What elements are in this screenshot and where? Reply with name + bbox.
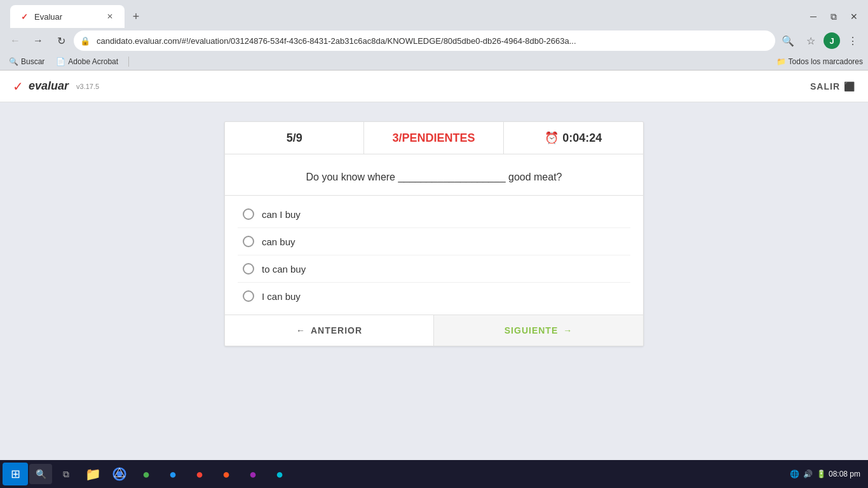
new-tab-button[interactable]: + — [127, 8, 145, 25]
question-text: Do you know where ___________________ go… — [238, 170, 630, 185]
all-bookmarks-label[interactable]: Todos los marcadores — [789, 57, 863, 66]
tab-bar: ✓ Evaluar ✕ + ─ ⧉ ✕ — [0, 0, 868, 28]
task-view-button[interactable]: ⧉ — [53, 463, 79, 485]
logo-text: evaluar — [29, 79, 69, 93]
tab-favicon: ✓ — [19, 11, 29, 22]
taskbar-sys-icons: 🌐 🔊 🔋 — [790, 470, 826, 478]
question-text-after: good meat? — [508, 172, 562, 182]
siguiente-button[interactable]: SIGUIENTE → — [434, 315, 643, 346]
taskbar-app-explorer[interactable]: 📁 — [80, 463, 105, 485]
options-area: can I buy can buy to can buy I can buy — [225, 196, 643, 315]
option-item-2[interactable]: can buy — [238, 228, 630, 255]
siguiente-label: SIGUIENTE — [505, 325, 558, 336]
taskbar-right: 🌐 🔊 🔋 08:08 pm — [790, 470, 865, 478]
omnibox-bar: ← → ↻ 🔒 🔍 ☆ J ⋮ — [0, 28, 868, 55]
progress-header: 5/9 3/PENDIENTES ⏰ 0:04:24 — [225, 122, 643, 154]
version-text: v3.17.5 — [76, 83, 99, 90]
time-display: 08:08 pm — [829, 470, 860, 478]
taskbar: ⊞ 🔍 ⧉ 📁 ● ● ● ● ● ● 🌐 🔊 🔋 08:08 pm — [0, 460, 868, 488]
maximize-button[interactable]: ⧉ — [825, 8, 843, 25]
acrobat-label: Adobe Acrobat — [68, 57, 118, 66]
salir-label: SALIR — [810, 81, 840, 92]
active-tab[interactable]: ✓ Evaluar ✕ — [10, 5, 125, 28]
arrow-left-icon: ← — [296, 325, 306, 336]
arrow-right-icon: → — [563, 325, 573, 336]
question-area: Do you know where ___________________ go… — [225, 154, 643, 196]
main-content: 5/9 3/PENDIENTES ⏰ 0:04:24 Do you know w… — [0, 102, 868, 460]
back-button[interactable]: ← — [5, 30, 25, 51]
start-button[interactable]: ⊞ — [3, 463, 28, 485]
bookmark-acrobat[interactable]: 📄 Adobe Acrobat — [52, 56, 122, 67]
option-radio-3[interactable] — [243, 263, 254, 274]
browser-icons: 🔍 ☆ J ⋮ — [778, 30, 863, 51]
taskbar-app-orange[interactable]: ● — [214, 463, 239, 485]
battery-icon[interactable]: 🔋 — [817, 470, 826, 478]
buscar-favicon: 🔍 — [9, 57, 18, 66]
omnibox-wrap: 🔒 — [74, 30, 775, 51]
card-footer: ← ANTERIOR SIGUIENTE → — [225, 315, 643, 346]
search-button[interactable]: 🔍 — [29, 464, 52, 484]
buscar-label: Buscar — [21, 57, 44, 66]
bookmarks-manager-icon: 📁 — [776, 57, 786, 66]
option-radio-1[interactable] — [243, 208, 254, 220]
option-label-1: can I buy — [262, 209, 301, 220]
bookmarks-divider — [128, 57, 129, 67]
tab-close-button[interactable]: ✕ — [104, 11, 116, 22]
star-icon-btn[interactable]: ☆ — [801, 30, 821, 51]
browser-chrome: ✓ Evaluar ✕ + ─ ⧉ ✕ ← → ↻ 🔒 🔍 ☆ J ⋮ 🔍 Bu — [0, 0, 868, 71]
timer-value: 0:04:24 — [562, 132, 602, 145]
clock-icon: ⏰ — [545, 131, 559, 145]
anterior-button[interactable]: ← ANTERIOR — [225, 315, 434, 346]
taskbar-apps: 📁 ● ● ● ● ● ● — [80, 463, 292, 485]
search-icon-btn[interactable]: 🔍 — [778, 30, 798, 51]
volume-icon[interactable]: 🔊 — [803, 470, 813, 478]
option-item-3[interactable]: to can buy — [238, 255, 630, 283]
acrobat-favicon: 📄 — [56, 57, 65, 66]
taskbar-app-red[interactable]: ● — [187, 463, 212, 485]
profile-avatar[interactable]: J — [824, 32, 840, 49]
bookmarks-right: 📁 Todos los marcadores — [776, 57, 863, 66]
reload-button[interactable]: ↻ — [51, 30, 71, 51]
progress-count-value: 5/9 — [287, 132, 302, 145]
salir-button[interactable]: SALIR ⬛ — [810, 81, 855, 92]
option-item-1[interactable]: can I buy — [238, 201, 630, 228]
option-label-3: to can buy — [262, 264, 306, 274]
tab-title: Evaluar — [34, 12, 62, 22]
more-menu-btn[interactable]: ⋮ — [843, 30, 863, 51]
omnibox-input[interactable] — [74, 30, 775, 51]
minimize-button[interactable]: ─ — [804, 8, 822, 25]
network-icon[interactable]: 🌐 — [790, 470, 799, 478]
taskbar-app-teal[interactable]: ● — [267, 463, 292, 485]
option-label-4: I can buy — [262, 291, 301, 302]
progress-count: 5/9 — [225, 122, 364, 154]
option-radio-2[interactable] — [243, 236, 254, 247]
option-item-4[interactable]: I can buy — [238, 283, 630, 309]
taskbar-app-purple[interactable]: ● — [240, 463, 266, 485]
app-logo: ✓ evaluar v3.17.5 — [13, 79, 99, 94]
app-header: ✓ evaluar v3.17.5 SALIR ⬛ — [0, 71, 868, 102]
logo-check-icon: ✓ — [13, 79, 24, 94]
taskbar-app-blue[interactable]: ● — [160, 463, 186, 485]
taskbar-app-green[interactable]: ● — [133, 463, 159, 485]
progress-timer: ⏰ 0:04:24 — [504, 122, 643, 154]
bookmarks-bar: 🔍 Buscar 📄 Adobe Acrobat 📁 Todos los mar… — [0, 55, 868, 71]
question-blank: ___________________ — [398, 172, 508, 182]
bookmark-buscar[interactable]: 🔍 Buscar — [5, 56, 48, 67]
taskbar-time: 08:08 pm — [829, 470, 860, 478]
anterior-label: ANTERIOR — [311, 325, 362, 336]
omnibox-security-icon: 🔒 — [80, 36, 90, 46]
question-text-before: Do you know where — [306, 172, 396, 182]
option-label-2: can buy — [262, 236, 295, 247]
forward-button[interactable]: → — [28, 30, 48, 51]
question-card: 5/9 3/PENDIENTES ⏰ 0:04:24 Do you know w… — [224, 121, 644, 346]
taskbar-app-chrome[interactable] — [107, 463, 132, 485]
app-container: ✓ evaluar v3.17.5 SALIR ⬛ 5/9 3/PENDIENT… — [0, 71, 868, 460]
progress-pending: 3/PENDIENTES — [364, 122, 503, 154]
progress-pending-value: 3/PENDIENTES — [392, 132, 475, 145]
salir-icon: ⬛ — [844, 81, 855, 92]
close-window-button[interactable]: ✕ — [845, 8, 863, 25]
option-radio-4[interactable] — [243, 290, 254, 302]
